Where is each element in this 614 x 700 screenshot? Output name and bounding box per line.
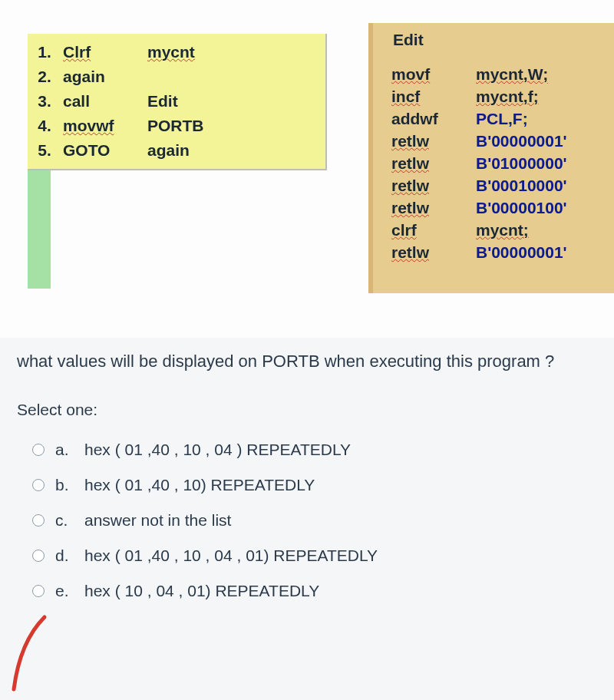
code-row: movfmycnt,W; (387, 63, 572, 85)
option-text: hex ( 10 , 04 , 01) REPEATEDLY (84, 582, 319, 600)
line-number: 2. (31, 64, 58, 89)
line-number: 4. (31, 114, 58, 138)
operand: mycnt,W; (471, 63, 572, 85)
option-text: hex ( 01 ,40 , 10 , 04 ) REPEATEDLY (84, 441, 351, 459)
opcode: retlw (387, 241, 471, 263)
option-letter: c. (55, 511, 74, 530)
code-left-table: 1.Clrfmycnt2.again3.callEdit4.movwfPORTB… (31, 40, 319, 163)
code-row: 4.movwfPORTB (31, 114, 319, 138)
radio-button[interactable] (32, 444, 45, 456)
operand: B'01000000' (471, 152, 572, 174)
option-letter: a. (55, 441, 74, 459)
line-number: 5. (31, 138, 58, 163)
opcode: again (58, 64, 143, 89)
operand: B'00000100' (471, 196, 572, 219)
operand: again (143, 138, 319, 163)
line-number: 3. (31, 89, 58, 114)
radio-button[interactable] (32, 585, 45, 597)
opcode: GOTO (58, 138, 143, 163)
operand: B'00000001' (471, 241, 572, 263)
opcode: retlw (387, 152, 471, 174)
code-block-right: Edit movfmycnt,W;incfmycnt,f;addwfPCL,F;… (368, 23, 614, 293)
operand: mycnt,f; (471, 85, 572, 107)
grading-mark-icon (6, 612, 52, 694)
code-row: addwfPCL,F; (387, 107, 572, 130)
option-row[interactable]: b.hex ( 01 ,40 , 10) REPEATEDLY (32, 476, 597, 494)
code-row: retlwB'00010000' (387, 174, 572, 196)
code-row: clrfmycnt; (387, 219, 572, 241)
figure-area: 1.Clrfmycnt2.again3.callEdit4.movwfPORTB… (0, 0, 614, 338)
option-letter: b. (55, 476, 74, 494)
option-row[interactable]: a.hex ( 01 ,40 , 10 , 04 ) REPEATEDLY (32, 441, 597, 459)
option-row[interactable]: c.answer not in the list (32, 511, 597, 530)
code-row: retlwB'00000001' (387, 130, 572, 152)
option-text: hex ( 01 ,40 , 10 , 04 , 01) REPEATEDLY (84, 546, 378, 565)
operand: PORTB (143, 114, 319, 138)
radio-button[interactable] (32, 479, 45, 491)
operand: PCL,F; (471, 107, 572, 130)
opcode: retlw (387, 130, 471, 152)
operand (143, 64, 319, 89)
opcode: call (58, 89, 143, 114)
line-number: 1. (31, 40, 58, 64)
code-row: 1.Clrfmycnt (31, 40, 319, 64)
select-one-label: Select one: (0, 371, 614, 427)
question-text: what values will be displayed on PORTB w… (0, 338, 614, 371)
code-row: retlwB'00000001' (387, 241, 572, 263)
code-row: retlwB'00000100' (387, 196, 572, 219)
opcode: movwf (58, 114, 143, 138)
option-letter: e. (55, 582, 74, 600)
radio-button[interactable] (32, 514, 45, 527)
radio-button[interactable] (32, 550, 45, 562)
code-row: incfmycnt,f; (387, 85, 572, 107)
operand: Edit (143, 89, 319, 114)
operand: B'00010000' (471, 174, 572, 196)
opcode: Clrf (58, 40, 143, 64)
opcode: addwf (387, 107, 471, 130)
code-row: 2.again (31, 64, 319, 89)
opcode: retlw (387, 174, 471, 196)
option-row[interactable]: e.hex ( 10 , 04 , 01) REPEATEDLY (32, 582, 597, 600)
option-letter: d. (55, 546, 74, 565)
option-row[interactable]: d.hex ( 01 ,40 , 10 , 04 , 01) REPEATEDL… (32, 546, 597, 565)
code-block-left: 1.Clrfmycnt2.again3.callEdit4.movwfPORTB… (28, 34, 327, 170)
options-list: a.hex ( 01 ,40 , 10 , 04 ) REPEATEDLYb.h… (0, 427, 614, 600)
opcode: retlw (387, 196, 471, 219)
option-text: answer not in the list (84, 511, 231, 530)
operand: mycnt; (471, 219, 572, 241)
code-row: retlwB'01000000' (387, 152, 572, 174)
code-row: 5.GOTOagain (31, 138, 319, 163)
operand: mycnt (143, 40, 319, 64)
code-right-table: movfmycnt,W;incfmycnt,f;addwfPCL,F;retlw… (387, 63, 572, 263)
operand: B'00000001' (471, 130, 572, 152)
code-row: 3.callEdit (31, 89, 319, 114)
opcode: movf (387, 63, 471, 85)
edit-label: Edit (393, 31, 614, 49)
opcode: clrf (387, 219, 471, 241)
opcode: incf (387, 85, 471, 107)
option-text: hex ( 01 ,40 , 10) REPEATEDLY (84, 476, 315, 494)
